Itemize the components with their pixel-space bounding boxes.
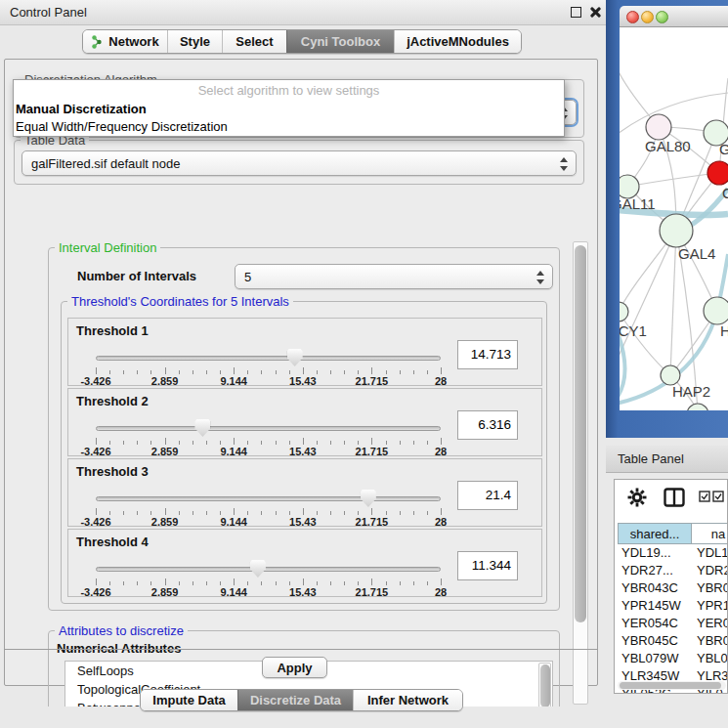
slider-ticks xyxy=(96,367,441,375)
network-node-gal80[interactable] xyxy=(646,114,671,140)
bottom-tab-strip: Impute DataDiscretize DataInfer Network xyxy=(140,689,463,711)
network-node-hap2[interactable] xyxy=(661,365,680,385)
threshold-value-field[interactable]: 11.344 xyxy=(457,551,518,580)
settings-scrollbar-thumb[interactable] xyxy=(575,245,586,622)
table-cell: YBR0 xyxy=(692,579,728,597)
network-edge xyxy=(620,312,670,375)
table-row[interactable]: YBR043CYBR0 xyxy=(618,579,728,597)
scale-label: 9.144 xyxy=(220,586,247,598)
scale-label: 15.43 xyxy=(289,375,317,387)
network-node-h[interactable] xyxy=(704,297,728,324)
scale-label: 9.144 xyxy=(220,516,247,528)
network-canvas[interactable]: GAL80GCGAL11GAL4GCY1HHAP2 xyxy=(620,27,728,410)
scale-label: 2.859 xyxy=(151,375,179,387)
tab-style[interactable]: Style xyxy=(167,30,222,53)
algorithm-dropdown-popup: Select algorithm to view settings Manual… xyxy=(13,79,565,137)
threshold-slider[interactable]: -3.4262.8599.14415.4321.71528 xyxy=(96,348,441,385)
threshold-value-field[interactable]: 14.713 xyxy=(457,340,518,369)
table-cell: YDL19... xyxy=(618,544,692,562)
settings-scroll-area: Interval Definition Number of Intervals … xyxy=(18,241,588,707)
scale-label: 15.43 xyxy=(289,516,317,528)
network-node[interactable] xyxy=(687,404,708,410)
gear-icon[interactable] xyxy=(627,488,647,507)
table-row[interactable]: YDL19...YDL1 xyxy=(618,544,728,562)
settings-scrollbar[interactable] xyxy=(573,241,588,705)
popup-placeholder: Select algorithm to view settings xyxy=(14,80,564,101)
threshold-panel-4: Threshold 4-3.4262.8599.14415.4321.71528… xyxy=(67,529,542,597)
threshold-slider[interactable]: -3.4262.8599.14415.4321.71528 xyxy=(96,418,441,455)
column-layout-icon[interactable] xyxy=(664,488,685,507)
network-node-c[interactable] xyxy=(707,161,728,185)
close-icon[interactable] xyxy=(589,7,600,18)
table-row[interactable]: YPR145WYPR1 xyxy=(618,597,728,615)
threshold-slider[interactable]: -3.4262.8599.14415.4321.71528 xyxy=(96,489,441,526)
tab-label: Style xyxy=(180,34,210,49)
table-column-header[interactable]: shared... xyxy=(618,524,692,543)
node-label: HAP2 xyxy=(672,383,710,400)
node-table: shared...naYDL19...YDL1YDR27...YDR2YBR04… xyxy=(618,523,728,694)
network-edge xyxy=(620,231,676,366)
scale-label: 28 xyxy=(435,586,447,598)
attributes-group-title: Attributes to discretize xyxy=(55,623,188,638)
network-graph: GAL80GCGAL11GAL4GCY1HHAP2 xyxy=(620,27,728,410)
tab-select[interactable]: Select xyxy=(222,30,286,53)
table-hscroll-thumb[interactable] xyxy=(620,682,721,689)
slider-track[interactable] xyxy=(96,496,441,501)
slider-thumb[interactable] xyxy=(287,349,303,366)
zoom-traffic-light-icon[interactable] xyxy=(656,11,668,23)
popup-item-equal-width-frequency[interactable]: Equal Width/Frequency Discretization xyxy=(14,118,564,136)
threshold-value-field[interactable]: 21.4 xyxy=(457,481,518,510)
slider-scale-labels: -3.4262.8599.14415.4321.71528 xyxy=(96,586,441,598)
apply-button[interactable]: Apply xyxy=(262,657,327,678)
table-cell: YDL1 xyxy=(692,544,728,562)
table-toolbar xyxy=(615,480,727,521)
tab-label: Infer Network xyxy=(367,693,449,707)
slider-thumb[interactable] xyxy=(361,490,376,507)
table-column-header[interactable]: na xyxy=(692,524,728,543)
tab-infer-network[interactable]: Infer Network xyxy=(353,690,462,710)
tab-cyni-toolbox[interactable]: Cyni Toolbox xyxy=(286,30,394,53)
slider-track[interactable] xyxy=(96,567,441,572)
table-data-selected-value: galFiltered.sif default node xyxy=(31,156,180,171)
table-cell: YBR043C xyxy=(618,579,692,597)
attributes-list-scrollbar[interactable] xyxy=(538,663,551,707)
slider-thumb[interactable] xyxy=(250,560,266,578)
cyni-toolbox-panel: Discretization Algorithm Table Data galF… xyxy=(4,59,598,686)
float-window-icon[interactable] xyxy=(571,7,581,18)
table-horizontal-scrollbar[interactable] xyxy=(618,681,726,690)
tab-jactivemnodules[interactable]: jActiveMNodules xyxy=(394,30,521,53)
network-node-gcy1[interactable] xyxy=(620,302,628,321)
threshold-label: Threshold 1 xyxy=(76,323,149,338)
slider-thumb[interactable] xyxy=(194,419,210,437)
close-traffic-light-icon[interactable] xyxy=(626,11,639,23)
minimize-traffic-light-icon[interactable] xyxy=(641,11,654,23)
table-cell: YER0 xyxy=(692,615,728,632)
app-root: Control Panel NetworkStyleSelectCyni Too… xyxy=(0,0,728,728)
node-label: GAL4 xyxy=(678,245,715,262)
table-row[interactable]: YER054CYER0 xyxy=(618,615,728,632)
table-row[interactable]: YDR27...YDR2 xyxy=(618,562,728,579)
scale-label: 2.859 xyxy=(151,516,179,528)
node-label: G xyxy=(719,141,728,157)
table-data-combobox[interactable]: galFiltered.sif default node xyxy=(21,150,577,176)
network-node-gal4[interactable] xyxy=(660,214,693,247)
tab-impute-data[interactable]: Impute Data xyxy=(141,690,237,710)
tab-network[interactable]: Network xyxy=(83,30,167,53)
number-of-intervals-combobox[interactable]: 5 xyxy=(235,264,553,289)
network-icon xyxy=(91,35,103,49)
table-cell: YPR1 xyxy=(692,597,728,615)
scale-label: 28 xyxy=(435,375,447,387)
threshold-slider[interactable]: -3.4262.8599.14415.4321.71528 xyxy=(96,559,441,596)
table-row[interactable]: YBL079WYBL0 xyxy=(618,650,728,667)
slider-ticks xyxy=(96,578,441,586)
threshold-panel-3: Threshold 3-3.4262.8599.14415.4321.71528… xyxy=(67,458,542,527)
tab-discretize-data[interactable]: Discretize Data xyxy=(237,690,353,710)
threshold-value-field[interactable]: 6.316 xyxy=(457,410,518,440)
select-columns-checkboxes-icon[interactable] xyxy=(699,491,724,502)
slider-track[interactable] xyxy=(96,426,441,431)
popup-item-manual-discretization[interactable]: Manual Discretization xyxy=(14,101,564,118)
scale-label: -3.426 xyxy=(80,516,110,528)
network-window-titlebar xyxy=(620,6,728,27)
slider-track[interactable] xyxy=(96,356,441,361)
table-row[interactable]: YBR045CYBR0 xyxy=(618,632,728,650)
